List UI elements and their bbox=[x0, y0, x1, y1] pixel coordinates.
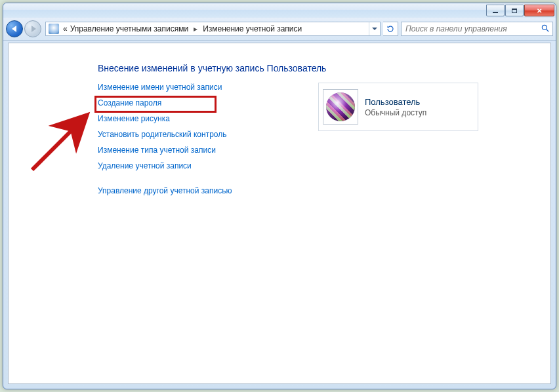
link-delete-account[interactable]: Удаление учетной записи bbox=[98, 161, 308, 170]
breadcrumb-accounts[interactable]: Управление учетными записями bbox=[69, 24, 190, 33]
address-dropdown[interactable] bbox=[369, 22, 380, 35]
title-bar: ✕ bbox=[3, 3, 556, 18]
navigation-bar: « Управление учетными записями ▸ Изменен… bbox=[3, 18, 556, 41]
link-parental-controls[interactable]: Установить родительский контроль bbox=[98, 130, 308, 139]
close-icon: ✕ bbox=[537, 7, 542, 14]
refresh-icon bbox=[386, 25, 394, 33]
arrow-right-icon bbox=[31, 26, 36, 32]
account-card: Пользователь Обычный доступ bbox=[318, 83, 478, 131]
link-manage-another[interactable]: Управление другой учетной записью bbox=[98, 186, 308, 195]
svg-point-0 bbox=[542, 25, 547, 29]
action-links: Изменение имени учетной записи Создание … bbox=[98, 83, 308, 202]
link-change-picture[interactable]: Изменение рисунка bbox=[98, 114, 308, 123]
page-title: Внесение изменений в учетную запись Поль… bbox=[98, 63, 524, 73]
refresh-button[interactable] bbox=[383, 22, 398, 36]
control-panel-window: ✕ « Управление учетными записями ▸ Измен… bbox=[3, 3, 556, 389]
minimize-button[interactable] bbox=[486, 5, 505, 16]
close-button[interactable]: ✕ bbox=[524, 5, 554, 16]
breadcrumb-trunc[interactable]: « bbox=[62, 24, 69, 33]
link-change-type[interactable]: Изменение типа учетной записи bbox=[98, 146, 308, 155]
search-icon bbox=[541, 24, 550, 35]
arrow-left-icon bbox=[12, 26, 16, 32]
search-box[interactable] bbox=[401, 22, 553, 36]
account-avatar bbox=[323, 89, 358, 125]
content-area: Внесение изменений в учетную запись Поль… bbox=[8, 43, 551, 384]
maximize-icon bbox=[512, 9, 517, 13]
link-change-name[interactable]: Изменение имени учетной записи bbox=[98, 83, 308, 92]
avatar-image bbox=[326, 92, 355, 121]
back-button[interactable] bbox=[6, 20, 23, 37]
minimize-icon bbox=[493, 12, 498, 13]
account-type: Обычный доступ bbox=[365, 108, 426, 117]
link-create-password[interactable]: Создание пароля bbox=[98, 98, 308, 108]
address-bar[interactable]: « Управление учетными записями ▸ Изменен… bbox=[45, 22, 381, 36]
control-panel-icon bbox=[49, 24, 59, 34]
breadcrumb-change-account[interactable]: Изменение учетной записи bbox=[201, 24, 303, 33]
chevron-right-icon: ▸ bbox=[190, 24, 201, 33]
svg-line-1 bbox=[547, 29, 549, 31]
maximize-button[interactable] bbox=[505, 5, 524, 16]
search-input[interactable] bbox=[404, 24, 541, 34]
forward-button[interactable] bbox=[24, 20, 41, 37]
account-name: Пользователь bbox=[365, 97, 426, 107]
chevron-down-icon bbox=[372, 28, 377, 30]
